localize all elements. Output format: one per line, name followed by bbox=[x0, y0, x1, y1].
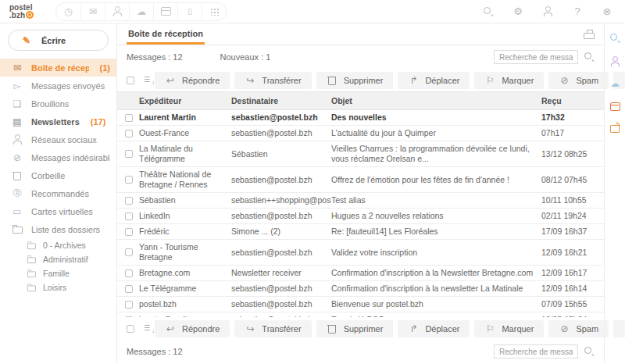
folder-item[interactable]: 0 - Archives bbox=[0, 238, 116, 252]
row-checkbox[interactable] bbox=[125, 228, 133, 236]
search-input[interactable] bbox=[494, 344, 578, 359]
message-row[interactable]: Bretagne.comNewsletter receiverConfirmat… bbox=[117, 266, 604, 281]
sidebar-item-label: Liste des dossiers bbox=[31, 225, 100, 234]
tabbar: Boîte de réception bbox=[117, 23, 604, 45]
sender-cell: Sébastien bbox=[139, 193, 231, 208]
new-count: Nouveaux : 1 bbox=[220, 52, 271, 62]
header-subject[interactable]: Objet bbox=[331, 92, 541, 109]
sidebar-item-label: Cartes virtuelles bbox=[31, 207, 93, 216]
sidebar-item-card[interactable]: Cartes virtuelles bbox=[0, 202, 116, 220]
row-checkbox[interactable] bbox=[125, 301, 133, 309]
recipient-cell: sebastien@postel.bzh bbox=[231, 281, 331, 296]
row-checkbox[interactable] bbox=[125, 269, 133, 277]
move-button[interactable]: Déplacer bbox=[398, 72, 470, 89]
message-row[interactable]: La Matinale du TélégrammeSébastienVieill… bbox=[117, 141, 604, 167]
row-checkbox[interactable] bbox=[125, 150, 133, 158]
sidebar-item-drafts[interactable]: Brouillons bbox=[0, 95, 116, 112]
row-checkbox[interactable] bbox=[125, 114, 133, 122]
sort-icon[interactable] bbox=[144, 324, 155, 334]
cloud-icon[interactable] bbox=[609, 78, 620, 89]
app-dashboard-button[interactable] bbox=[56, 3, 80, 20]
sidebar-item-spam[interactable]: Messages indésirables bbox=[0, 148, 116, 166]
contact-icon[interactable] bbox=[609, 55, 620, 66]
forward-button[interactable]: Transférer bbox=[234, 72, 311, 89]
message-row[interactable]: Théâtre National de Bretagne / Rennesseb… bbox=[117, 167, 604, 193]
settings-icon[interactable] bbox=[512, 6, 523, 17]
custom-folder-list: 0 - ArchivesAdministratifFamilleLoisirs bbox=[0, 238, 116, 294]
help-icon[interactable] bbox=[572, 6, 583, 17]
sidebar-item-inbox[interactable]: Boîte de réception(1) bbox=[0, 59, 116, 77]
row-checkbox[interactable] bbox=[125, 212, 133, 220]
button-label: Marquer bbox=[502, 76, 534, 85]
forward-button[interactable]: Transférer bbox=[234, 320, 311, 337]
sidebar-item-trash[interactable]: Corbeille bbox=[0, 166, 116, 184]
calendar-icon[interactable] bbox=[609, 101, 620, 112]
sidebar-item-person[interactable]: Réseaux sociaux bbox=[0, 130, 116, 148]
spam-button[interactable]: Spam bbox=[548, 72, 609, 89]
reply-button[interactable]: Répondre bbox=[155, 320, 230, 337]
button-label: Répondre bbox=[182, 76, 220, 85]
select-all-checkbox[interactable] bbox=[127, 325, 134, 333]
message-row[interactable]: Le Télégrammesebastien@postel.bzhConfirm… bbox=[117, 281, 604, 297]
app-contacts-button[interactable] bbox=[105, 3, 129, 20]
move-button[interactable]: Déplacer bbox=[398, 320, 470, 337]
row-checkbox[interactable] bbox=[125, 197, 133, 205]
unread-count: (17) bbox=[91, 117, 106, 127]
users-icon[interactable] bbox=[542, 6, 553, 17]
header-recipient[interactable]: Destinataire bbox=[231, 92, 331, 109]
search-icon[interactable] bbox=[584, 52, 595, 62]
message-row[interactable]: Laurent Martinsebastien@postel.bzhDes no… bbox=[117, 110, 604, 126]
message-row[interactable]: FrédéricSimone ... (2)Re: [fauteuil14] L… bbox=[117, 224, 604, 240]
compose-button[interactable]: Écrire bbox=[8, 30, 109, 51]
message-row[interactable]: LinkedInsebastien@postel.bzhHugues a 2 n… bbox=[117, 209, 604, 224]
recipient-cell: Sébastien bbox=[231, 147, 331, 162]
message-row[interactable]: Yann - Tourisme Bretagnesebastien@postel… bbox=[117, 240, 604, 266]
folder-item[interactable]: Famille bbox=[0, 266, 116, 280]
sidebar-item-registered[interactable]: Recommandés bbox=[0, 184, 116, 202]
app-calendar-button[interactable] bbox=[153, 3, 177, 20]
search-icon[interactable] bbox=[483, 6, 494, 17]
header-sender[interactable]: Expéditeur bbox=[139, 92, 231, 109]
move-icon bbox=[408, 323, 419, 334]
tab-inbox[interactable]: Boîte de réception bbox=[127, 24, 205, 45]
print-icon[interactable] bbox=[584, 29, 595, 40]
folder-item[interactable]: Loisirs bbox=[0, 280, 116, 294]
search-icon[interactable] bbox=[584, 346, 595, 357]
trash-button[interactable]: Supprimer bbox=[316, 320, 394, 337]
reply-button[interactable]: Répondre bbox=[155, 72, 230, 89]
search-input[interactable] bbox=[494, 50, 578, 64]
sidebar-item-sent[interactable]: Messages envoyés bbox=[0, 77, 116, 95]
message-row[interactable]: Ouest-Francesebastien@postel.bzhL'actual… bbox=[117, 126, 604, 141]
header-received[interactable]: Reçu bbox=[541, 92, 604, 109]
app-cloud-button[interactable] bbox=[129, 3, 153, 20]
subject-cell: L'actualité du jour à Quimper bbox=[331, 126, 541, 141]
sort-icon[interactable] bbox=[144, 76, 155, 85]
sidebar-item-newsletters[interactable]: Newsletters(17) bbox=[0, 112, 116, 130]
message-row[interactable]: Sébastiensebastien++shopping@postel.bzhT… bbox=[117, 193, 604, 209]
logo[interactable]: postel .bzh bbox=[9, 4, 34, 19]
message-row[interactable]: postel.bzhsebastien@postel.bzhBienvenue … bbox=[117, 297, 604, 312]
flag-button[interactable]: Marquer bbox=[474, 320, 544, 337]
select-all-checkbox[interactable] bbox=[127, 77, 134, 84]
logout-icon[interactable] bbox=[602, 6, 612, 17]
folder-icon bbox=[27, 241, 36, 250]
notes-icon[interactable] bbox=[609, 123, 620, 134]
row-checkbox[interactable] bbox=[125, 285, 133, 293]
row-checkbox[interactable] bbox=[125, 176, 133, 184]
folder-item[interactable]: Administratif bbox=[0, 252, 116, 266]
flag-button[interactable]: Marquer bbox=[474, 72, 544, 89]
search-icon[interactable] bbox=[609, 33, 620, 44]
person-icon bbox=[12, 134, 23, 145]
spam-button[interactable]: Spam bbox=[548, 320, 609, 337]
app-phone-button[interactable] bbox=[177, 3, 202, 20]
button-label: Déplacer bbox=[425, 76, 459, 85]
row-checkbox[interactable] bbox=[125, 248, 133, 256]
subject-cell: Validez votre inscription bbox=[331, 245, 541, 260]
search-box bbox=[494, 344, 595, 359]
sidebar-item-folder[interactable]: Liste des dossiers bbox=[0, 220, 116, 238]
app-mail-button[interactable] bbox=[80, 3, 105, 20]
forward-icon bbox=[245, 323, 255, 334]
app-apps-button[interactable] bbox=[202, 3, 226, 20]
trash-button[interactable]: Supprimer bbox=[316, 72, 394, 89]
row-checkbox[interactable] bbox=[125, 130, 133, 137]
